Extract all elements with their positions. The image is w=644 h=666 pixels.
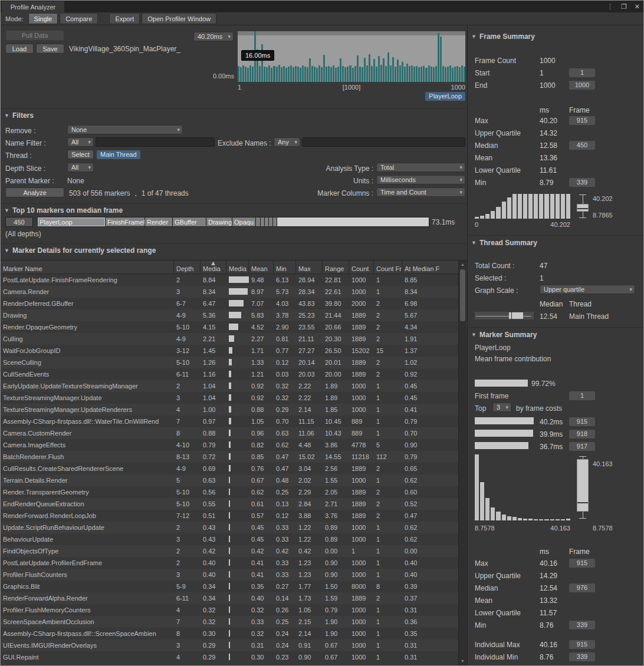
table-row[interactable]: PostLateUpdate.FinishFrameRendering28.84… — [1, 274, 459, 286]
y-axis-scale-dropdown[interactable]: 40.20ms ▾ — [193, 32, 234, 41]
table-row[interactable]: UIEvents.IMGUIRenderOverlays30.290.310.2… — [1, 639, 459, 651]
table-row[interactable]: Camera.Render38.348.975.7328.3422.611000… — [1, 286, 459, 298]
frame-jump-badge[interactable]: 976 — [569, 583, 595, 592]
analysis-type-dropdown[interactable]: Total▾ — [376, 163, 465, 172]
exclude-mode-dropdown[interactable]: Any▾ — [274, 137, 300, 147]
frame-jump-badge[interactable]: 915 — [569, 559, 595, 568]
mode-compare-button[interactable]: Compare — [60, 13, 98, 24]
top10-segment[interactable] — [273, 217, 277, 226]
table-row[interactable]: Assembly-CSharp-firstpass.dll!::WaterTil… — [1, 416, 459, 427]
frame-summary-foldout[interactable]: ▼ Frame Summary — [471, 32, 535, 41]
table-row[interactable]: Profiler.FlushCounters30.400.410.331.230… — [1, 569, 459, 581]
table-row[interactable]: ScreenSpaceAmbientOcclusion70.320.330.25… — [1, 616, 459, 628]
table-row[interactable]: Terrain.Details.Render50.630.670.482.021… — [1, 474, 459, 486]
pull-data-button[interactable]: Pull Data — [5, 30, 64, 41]
top10-segment[interactable] — [261, 217, 265, 226]
open-profiler-window-button[interactable]: Open Profiler Window — [142, 13, 216, 24]
table-row[interactable]: GUI.Repaint40.290.300.230.900.67100010.3… — [1, 651, 459, 663]
top10-segment[interactable]: Opaqu — [232, 217, 256, 226]
frame-jump-badge[interactable]: 450 — [569, 141, 595, 150]
column-header[interactable]: Marker Name — [1, 261, 174, 273]
close-window-icon[interactable]: ✕ — [635, 3, 640, 11]
top10-foldout[interactable]: ▼ Top 10 markers on median frame — [4, 206, 123, 215]
table-row[interactable]: Drawing4-95.365.833.7825.2321.44188925.6… — [1, 309, 459, 321]
remove-filter-dropdown[interactable]: None▾ — [67, 125, 183, 134]
top10-segment[interactable] — [269, 217, 273, 226]
table-row[interactable]: CullResults.CreateSharedRendererScene4-9… — [1, 463, 459, 474]
table-row[interactable]: Graphics.Blit5-90.340.350.271.771.508000… — [1, 581, 459, 592]
top10-segment[interactable] — [256, 217, 261, 226]
marker-details-foldout[interactable]: ▼ Marker Details for currently selected … — [4, 246, 156, 255]
table-row[interactable]: Camera.CustomRender80.880.960.6311.0610.… — [1, 427, 459, 439]
marker-summary-foldout[interactable]: ▼ Marker Summary — [471, 331, 537, 339]
table-row[interactable]: PostLateUpdate.ProfilerEndFrame20.400.41… — [1, 557, 459, 569]
column-header[interactable]: Count — [349, 261, 374, 273]
analyze-button[interactable]: Analyze — [5, 187, 64, 197]
table-row[interactable]: BatchRenderer.Flush8-130.720.850.4715.02… — [1, 451, 459, 463]
table-row[interactable]: CullSendEvents6-111.161.210.0320.0320.00… — [1, 368, 459, 380]
filters-foldout[interactable]: ▼ Filters — [4, 111, 34, 120]
top10-segment[interactable]: Drawing — [206, 217, 232, 226]
frame-jump-badge[interactable]: 915 — [569, 116, 595, 125]
column-header[interactable]: Mean — [249, 261, 274, 273]
frame-jump-badge[interactable]: 1000 — [569, 81, 595, 90]
column-header[interactable]: At Median F — [402, 261, 459, 273]
thread-summary-foldout[interactable]: ▼ Thread Summary — [471, 239, 537, 247]
table-row[interactable]: Assembly-CSharp-firstpass.dll!::ScreenSp… — [1, 628, 459, 639]
table-row[interactable]: Profiler.FlushMemoryCounters40.320.320.2… — [1, 604, 459, 616]
top-n-dropdown[interactable]: 3▾ — [492, 403, 511, 412]
table-row[interactable]: EndRenderQueueExtraction5-100.550.610.13… — [1, 498, 459, 510]
top10-segment[interactable]: Render — [145, 217, 173, 226]
frame-jump-badge[interactable]: 917 — [569, 442, 595, 451]
column-header[interactable]: Max — [296, 261, 323, 273]
table-scrollbar[interactable]: ▲ ▼ — [458, 261, 466, 665]
top10-bar[interactable]: PlayerLoopFinishFrameRRenderGBufferDrawi… — [37, 217, 429, 227]
thread-select-button[interactable]: Select — [67, 150, 94, 159]
table-row[interactable]: WaitForJobGroupID3-121.451.710.7727.2726… — [1, 345, 459, 357]
column-header[interactable]: Count Fra — [374, 261, 402, 273]
export-button[interactable]: Export — [109, 13, 140, 24]
frame-jump-badge[interactable]: 1 — [569, 68, 595, 77]
name-filter-input[interactable] — [96, 137, 215, 147]
graph-scale-dropdown[interactable]: Upper quartile▾ — [540, 285, 635, 294]
column-header[interactable]: Min — [274, 261, 296, 273]
table-row[interactable]: Update.ScriptRunBehaviourUpdate20.430.45… — [1, 522, 459, 533]
table-row[interactable]: BehaviourUpdate30.430.450.331.220.891000… — [1, 533, 459, 545]
table-row[interactable]: Culling4-92.212.270.8121.1120.30188921.9… — [1, 333, 459, 345]
scroll-down-icon[interactable]: ▼ — [459, 658, 466, 665]
name-filter-mode-dropdown[interactable]: All▾ — [67, 137, 94, 147]
top10-segment[interactable]: FinishFrameR — [106, 217, 145, 226]
frame-jump-badge[interactable]: 915 — [569, 640, 595, 649]
table-row[interactable]: RenderDeferred.GBuffer6-76.477.074.0343.… — [1, 298, 459, 309]
table-row[interactable]: FindObjectsOfType20.420.420.420.420.0011… — [1, 545, 459, 557]
exclude-names-input[interactable] — [302, 137, 465, 147]
scroll-thumb[interactable] — [460, 269, 465, 321]
table-row[interactable]: Render.OpaqueGeometry5-104.154.522.9023.… — [1, 321, 459, 333]
top10-segment[interactable]: PlayerLoop — [38, 217, 106, 226]
first-frame-badge[interactable]: 1 — [569, 391, 595, 400]
frame-jump-badge[interactable]: 339 — [569, 178, 595, 187]
table-row[interactable]: EarlyUpdate.UpdateTextureStreamingManage… — [1, 380, 459, 392]
frame-jump-badge[interactable]: 915 — [569, 417, 595, 426]
table-row[interactable]: RenderForward.RenderLoopJob7-120.510.570… — [1, 510, 459, 522]
save-button[interactable]: Save — [36, 44, 64, 54]
column-header[interactable]: Depth — [174, 261, 201, 273]
table-row[interactable]: Render.TransparentGeometry5-100.560.620.… — [1, 486, 459, 498]
scroll-up-icon[interactable]: ▲ — [459, 261, 466, 268]
mode-single-button[interactable]: Single — [28, 13, 58, 24]
table-row[interactable]: TextureStreamingManager.UpdateRenderers4… — [1, 404, 459, 416]
units-dropdown[interactable]: Milliseconds▾ — [376, 175, 465, 184]
restore-window-icon[interactable]: ❐ — [621, 3, 627, 11]
column-header[interactable]: Media — [226, 261, 249, 273]
window-tab-profile-analyzer[interactable]: Profile Analyzer — [2, 1, 64, 12]
table-row[interactable]: TextureStreamingManager.Update31.040.920… — [1, 392, 459, 404]
frame-time-chart[interactable]: 16.00ms — [238, 31, 465, 82]
column-header[interactable]: Range — [323, 261, 349, 273]
table-row[interactable]: Camera.ImageEffects4-100.790.820.624.483… — [1, 439, 459, 451]
top10-segment[interactable] — [265, 217, 269, 226]
table-row[interactable]: RenderForwardAlpha.Render6-110.340.400.1… — [1, 592, 459, 604]
column-header[interactable]: ▲Media — [201, 261, 226, 273]
table-row[interactable]: SceneCulling5-101.261.330.1220.1420.0118… — [1, 357, 459, 368]
depth-slice-dropdown[interactable]: All▾ — [67, 163, 94, 172]
frame-jump-badge[interactable]: 918 — [569, 430, 595, 438]
